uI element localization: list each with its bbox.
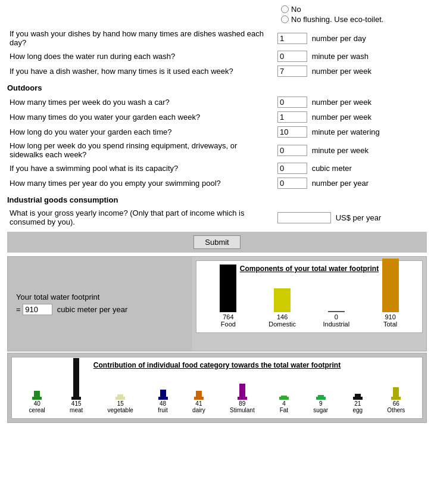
dishwasher-input[interactable] <box>277 66 307 77</box>
garden-water-input[interactable] <box>277 111 307 123</box>
total-value-input[interactable] <box>23 304 52 315</box>
industrial-heading: Industrial goods consumption <box>7 195 427 204</box>
no-flush-label: No flushing. Use eco-toilet. <box>291 15 383 24</box>
no-radio-item: No <box>281 5 427 14</box>
stimulant-bar-group: 89 Stimulant <box>230 384 255 413</box>
egg-label: egg <box>352 407 363 413</box>
submit-button[interactable]: Submit <box>193 235 240 249</box>
total-bar <box>382 259 399 312</box>
vegetable-bar-group: 15 vegetable <box>108 394 133 413</box>
garden-water-question: How many times do you water your garden … <box>7 110 275 125</box>
stimulant-label: Stimulant <box>230 407 255 413</box>
domestic-label: Domestic <box>268 321 296 328</box>
results-right: Components of your total water footprint… <box>192 257 426 351</box>
income-question: What is your gross yearly income? (Only … <box>7 207 275 228</box>
rinsing-row: How long per week do you spend rinsing e… <box>7 139 427 161</box>
outdoors-heading: Outdoors <box>7 83 427 92</box>
pool-empty-unit: number per year <box>312 179 369 188</box>
total-bar-value: 910 <box>385 313 395 321</box>
total-bar-label: Total <box>383 321 397 328</box>
pool-capacity-question: If you have a swimming pool what is its … <box>7 161 275 176</box>
food-chart-inner: Contribution of individual food category… <box>11 357 423 419</box>
meat-bar-group: 415 meat <box>70 358 83 413</box>
industrial-bar-group: 0 Industrial <box>319 311 354 328</box>
meat-color <box>71 397 81 400</box>
vegetable-value: 15 <box>117 400 124 407</box>
sugar-bar-group: 9 sugar <box>313 395 328 413</box>
car-wash-question: How many times per week do you wash a ca… <box>7 95 275 110</box>
meat-value: 415 <box>71 400 82 407</box>
vegetable-color <box>115 397 125 400</box>
outdoors-table: How many times per week do you wash a ca… <box>7 95 427 191</box>
industrial-bar <box>328 311 345 312</box>
food-value: 764 <box>223 313 233 321</box>
meat-label: meat <box>70 407 83 413</box>
fruit-color <box>158 397 168 400</box>
dishwasher-row: If you have a dish washer, how many time… <box>7 64 427 79</box>
food-bar <box>220 265 236 312</box>
fruit-value: 48 <box>160 400 166 407</box>
no-radio-label: No <box>291 5 301 14</box>
rinsing-input[interactable] <box>277 145 307 156</box>
rinsing-unit: minute per week <box>312 146 369 155</box>
sugar-label: sugar <box>313 407 328 413</box>
income-row: What is your gross yearly income? (Only … <box>7 207 427 228</box>
dairy-bar <box>196 391 202 397</box>
industrial-label: Industrial <box>323 321 350 328</box>
garden-time-question: How long do you water your garden each t… <box>7 125 275 139</box>
dairy-color <box>194 397 204 400</box>
no-radio[interactable] <box>281 5 289 13</box>
egg-value: 21 <box>354 400 361 407</box>
dairy-bar-group: 41 dairy <box>192 391 205 413</box>
fat-value: 4 <box>282 400 286 407</box>
others-label: Others <box>387 407 405 413</box>
fat-bar-group: 4 Fat <box>279 396 289 413</box>
food-bar-chart: 40 cereal 415 meat 15 vegetable <box>17 372 417 413</box>
pool-capacity-input[interactable] <box>277 163 307 174</box>
food-chart-area: Contribution of individual food category… <box>7 353 427 423</box>
pool-capacity-unit: cubic meter <box>312 164 352 173</box>
garden-time-unit: minute per watering <box>312 127 380 136</box>
income-input[interactable] <box>277 212 331 223</box>
dishes-per-day-input[interactable] <box>277 33 307 44</box>
car-wash-unit: number per week <box>312 98 371 107</box>
vegetable-label: vegetable <box>108 407 133 413</box>
domestic-value: 146 <box>277 313 288 321</box>
garden-water-unit: number per week <box>312 113 371 122</box>
cereal-bar-group: 40 cereal <box>29 391 45 413</box>
water-run-row: How long does the water run during each … <box>7 49 427 64</box>
water-run-input[interactable] <box>277 51 307 62</box>
stimulant-bar <box>239 384 245 397</box>
pool-empty-input[interactable] <box>277 178 307 189</box>
stimulant-color <box>238 397 247 400</box>
garden-time-row: How long do you water your garden each t… <box>7 125 427 139</box>
income-unit: US$ per year <box>336 213 382 222</box>
domestic-bar <box>274 288 291 312</box>
industrial-table: What is your gross yearly income? (Only … <box>7 207 427 228</box>
dairy-value: 41 <box>195 400 202 407</box>
garden-time-input[interactable] <box>277 126 307 138</box>
cereal-label: cereal <box>29 407 45 413</box>
equals-label: = <box>16 305 23 314</box>
dishes-table: If you wash your dishes by hand how many… <box>7 27 427 79</box>
sugar-color <box>316 397 326 400</box>
food-bar-group: 764 Food <box>210 265 246 328</box>
no-flush-radio[interactable] <box>281 15 289 23</box>
total-bar-group: 910 Total <box>373 259 408 328</box>
egg-bar-group: 21 egg <box>352 394 363 413</box>
pool-capacity-row: If you have a swimming pool what is its … <box>7 161 427 176</box>
others-value: 66 <box>393 400 399 407</box>
car-wash-input[interactable] <box>277 97 307 108</box>
water-run-unit: minute per wash <box>312 52 369 61</box>
food-label: Food <box>221 321 236 328</box>
garden-water-row: How many times do you water your garden … <box>7 110 427 125</box>
pool-empty-question: How many times per year do you empty you… <box>7 176 275 191</box>
total-unit: cubic meter per year <box>57 305 128 314</box>
fat-label: Fat <box>280 407 288 413</box>
results-area: Your total water footprint = cubic meter… <box>7 256 427 351</box>
egg-color <box>353 397 363 400</box>
dishwasher-question: If you have a dish washer, how many time… <box>7 64 275 79</box>
dishes-per-day-question: If you wash your dishes by hand how many… <box>7 27 275 49</box>
main-bar-chart: 764 Food 146 Domestic 0 Industrial <box>201 275 417 329</box>
cereal-bar <box>34 391 40 397</box>
